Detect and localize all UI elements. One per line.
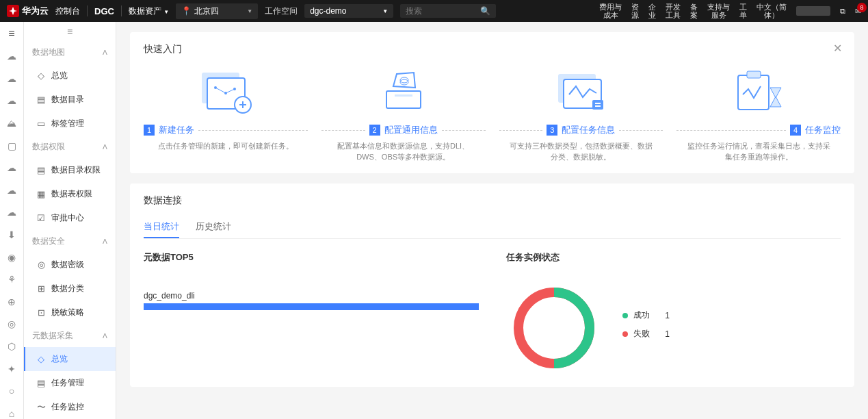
sidebar-item[interactable]: ⊞数据分类 (24, 277, 116, 301)
rail-icon[interactable]: ▢ (5, 140, 18, 151)
nav-devtools[interactable]: 开发 工具 (666, 3, 681, 19)
sidebar-item[interactable]: ◇总览 (24, 64, 116, 88)
step-icon-newtask (144, 64, 308, 118)
main-content: 快速入门 ✕ 1新建任务 点击任务管理的新建，即可创建新任务。 2配置通用信息 … (116, 22, 868, 419)
rail-icon[interactable]: ⚘ (5, 274, 18, 285)
search-box[interactable]: 🔍 (400, 4, 496, 18)
sidebar-item[interactable]: ⊡脱敏策略 (24, 301, 116, 325)
top-nav-links: 费用与 成本 资 源 企 业 开发 工具 备 案 支持与 服务 工 单 中文（简… (599, 3, 861, 19)
brand-text: 华为云 (22, 5, 49, 17)
chevron-up-icon: ᐱ (103, 143, 107, 151)
chevron-up-icon: ᐱ (103, 238, 107, 245)
nav-resource[interactable]: 资 源 (631, 3, 639, 19)
sidebar-item[interactable]: 〜任务监控 (24, 395, 116, 419)
service-name[interactable]: DGC (94, 6, 114, 16)
legend-label: 失败 (633, 328, 650, 340)
rail-icon[interactable]: ☁ (5, 95, 18, 107)
sidebar-section[interactable]: 数据权限ᐱ (24, 136, 116, 158)
legend-row-success: 成功 1 (622, 309, 670, 321)
svg-rect-12 (592, 100, 603, 110)
step-link[interactable]: 配置通用信息 (384, 124, 438, 136)
notification-icon[interactable]: ✉8 (855, 7, 861, 15)
nav-lang[interactable]: 中文（简 体） (757, 3, 787, 19)
external-icon[interactable]: ⧉ (840, 7, 845, 15)
rail-icon[interactable]: ☁ (5, 207, 18, 218)
status-chart: 任务实例状态 成功 1 (506, 251, 841, 376)
rail-icon[interactable]: ⊕ (5, 296, 18, 308)
sidebar-item[interactable]: ▭标签管理 (24, 112, 116, 136)
brand-logo[interactable]: 华为云 (7, 5, 49, 17)
search-input[interactable] (406, 6, 480, 16)
step-link[interactable]: 配置任务信息 (562, 124, 615, 136)
sidebar-section[interactable]: 数据地图ᐱ (24, 41, 116, 64)
sidebar-item[interactable]: ▦数据表权限 (24, 182, 116, 206)
step-2: 2配置通用信息 配置基本信息和数据源信息，支持DLI、DWS、OBS等多种数据源… (321, 64, 486, 162)
rail-icon[interactable]: ⬇ (5, 229, 18, 241)
legend-value: 1 (665, 311, 670, 320)
sidebar-item[interactable]: ◎数据密级 (24, 253, 116, 277)
rail-icon[interactable]: ☁ (5, 185, 18, 196)
region-dropdown[interactable]: 📍 北京四 ▼ (176, 3, 258, 19)
chevron-up-icon: ᐱ (103, 49, 107, 56)
sidebar-item-label: 总览 (51, 70, 68, 81)
console-link[interactable]: 控制台 (55, 5, 80, 17)
region-value: 北京四 (194, 5, 219, 17)
tab-history[interactable]: 历史统计 (196, 216, 231, 238)
step-icon-monitor (676, 64, 841, 118)
asset-dropdown[interactable]: 数据资产 ▼ (129, 5, 169, 17)
tab-today[interactable]: 当日统计 (144, 216, 179, 238)
nav-ticket[interactable]: 工 单 (739, 3, 747, 19)
workspace-label: 工作空间 (265, 5, 298, 17)
nav-user[interactable] (796, 6, 830, 16)
sidebar-item-label: 审批中心 (51, 212, 84, 224)
rail-icon[interactable]: ◎ (5, 318, 18, 330)
svg-rect-7 (395, 94, 412, 97)
sidebar-item-label: 数据分类 (51, 283, 84, 294)
menu-icon: ⊞ (36, 284, 46, 294)
rail-icon[interactable]: ⬡ (5, 341, 18, 353)
top5-chart: 元数据TOP5 dgc_demo_dli (144, 251, 479, 376)
rail-icon[interactable]: ☁ (5, 162, 18, 174)
stat-tabs: 当日统计 历史统计 (144, 216, 841, 239)
hamburger-icon[interactable]: ≡ (8, 27, 14, 40)
svg-rect-16 (747, 71, 761, 78)
donut-legend: 成功 1 失败 1 (622, 309, 670, 346)
collapse-icon[interactable]: ≡ (24, 22, 116, 41)
rail-icon[interactable]: ☁ (5, 51, 18, 62)
sidebar-item[interactable]: ▤任务管理 (24, 371, 116, 395)
sidebar-item[interactable]: ☑审批中心 (24, 206, 116, 230)
sidebar-item[interactable]: ▤数据目录 (24, 88, 116, 112)
rail-icon[interactable]: ◉ (5, 251, 18, 263)
step-icon-task (499, 64, 663, 118)
nav-cost[interactable]: 费用与 成本 (599, 3, 622, 19)
sidebar-item[interactable]: ▤数据目录权限 (24, 158, 116, 182)
sidebar: ≡ 数据地图ᐱ◇总览▤数据目录▭标签管理数据权限ᐱ▤数据目录权限▦数据表权限☑审… (24, 22, 116, 419)
rail-icon[interactable]: ⌂ (5, 408, 18, 420)
step-3: 3配置任务信息 可支持三种数据类型，包括数据概要、数据分类、数据脱敏。 (499, 64, 663, 162)
nav-enterprise[interactable]: 企 业 (648, 3, 656, 19)
menu-icon: ◎ (36, 260, 46, 270)
sidebar-item[interactable]: ◇总览 (24, 347, 116, 371)
step-link[interactable]: 任务监控 (805, 124, 841, 136)
step-link[interactable]: 新建任务 (159, 124, 194, 136)
step-desc: 监控任务运行情况，查看采集日志，支持采集任务重跑等操作。 (676, 140, 841, 162)
rail-icon[interactable]: ⛰ (5, 118, 18, 129)
rail-icon[interactable]: ✦ (5, 363, 18, 374)
rail-icon[interactable]: ☁ (5, 73, 18, 85)
nav-support[interactable]: 支持与 服务 (707, 3, 730, 19)
nav-icp[interactable]: 备 案 (690, 3, 698, 19)
bar-item: dgc_demo_dli (144, 291, 479, 310)
sidebar-section[interactable]: 数据安全ᐱ (24, 230, 116, 253)
menu-icon: ▦ (36, 190, 46, 199)
step-1: 1新建任务 点击任务管理的新建，即可创建新任务。 (144, 64, 308, 162)
close-icon[interactable]: ✕ (833, 42, 842, 55)
chevron-down-icon: ▼ (382, 8, 388, 14)
sidebar-item-label: 数据目录权限 (51, 164, 101, 176)
search-icon[interactable]: 🔍 (480, 6, 490, 16)
sidebar-item-label: 数据目录 (51, 94, 84, 105)
legend-label: 成功 (633, 309, 650, 321)
rail-icon[interactable]: ○ (5, 385, 18, 397)
sidebar-section[interactable]: 元数据采集ᐱ (24, 325, 116, 347)
workspace-dropdown[interactable]: dgc-demo ▼ (304, 4, 393, 18)
quickstart-title: 快速入门 (144, 43, 841, 55)
